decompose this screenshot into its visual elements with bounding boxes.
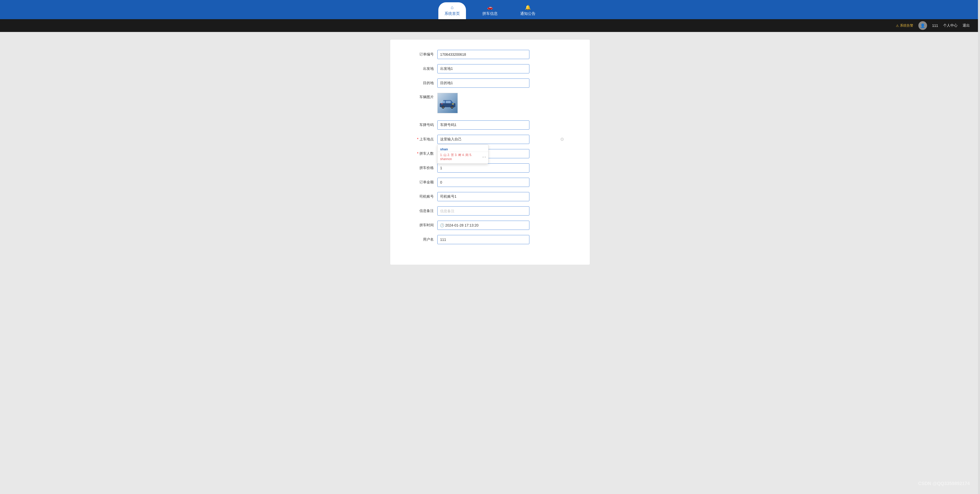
username-input[interactable] — [438, 235, 530, 244]
suggestions-text[interactable]: 1. 山 2. 苦 3. 树 4. 闵 5. shannon — [440, 153, 482, 161]
boarding-label: 上车地点 — [411, 137, 434, 141]
nav-home[interactable]: ⌂ 系统首页 — [438, 2, 466, 19]
boarding-input[interactable] — [438, 135, 530, 144]
nav-home-label: 系统首页 — [444, 11, 460, 16]
order-amount-label: 订单金额 — [411, 180, 434, 184]
autocomplete-dropdown: shan 1. 山 2. 苦 3. 树 4. 闵 5. shannon ‹ › — [438, 145, 488, 164]
price-input[interactable] — [438, 164, 530, 173]
svg-rect-7 — [452, 103, 454, 104]
form-card: 订单编号 出发地 目的地 车辆图片 — [390, 40, 590, 265]
warning-icon: ⚠ — [896, 24, 899, 28]
avatar-icon: 👤 — [920, 23, 925, 28]
csdn-watermark: CSDN @QQ3359892174 — [918, 481, 970, 486]
user-id-display: 111 — [932, 24, 938, 28]
destination-label: 目的地 — [411, 81, 434, 86]
order-no-input[interactable] — [438, 50, 530, 59]
origin-row: 出发地 — [411, 64, 569, 73]
nav-carpool[interactable]: 🚗 拼车信息 — [476, 2, 504, 19]
svg-point-4 — [442, 106, 444, 108]
car-image-label: 车辆图片 — [411, 95, 434, 100]
autocomplete-suggestions[interactable]: 1. 山 2. 苦 3. 树 4. 闵 5. shannon ‹ › — [438, 152, 488, 162]
bell-icon: 🔔 — [525, 5, 531, 10]
nav-notice-label: 通知公告 — [520, 11, 536, 16]
personal-center-link[interactable]: 个人中心 — [943, 23, 958, 28]
home-icon: ⌂ — [451, 5, 454, 10]
user-avatar: 👤 — [918, 21, 927, 30]
svg-rect-1 — [441, 100, 445, 103]
destination-row: 目的地 — [411, 78, 569, 88]
car-illustration — [439, 97, 457, 109]
driver-account-label: 司机账号 — [411, 194, 434, 199]
nav-carpool-label: 拼车信息 — [482, 11, 498, 16]
boarding-row: 上车地点 shan 1. 山 2. 苦 3. 树 4. 闵 5. shannon… — [411, 135, 569, 144]
top-navigation: ⌂ 系统首页 🚗 拼车信息 🔔 通知公告 — [0, 0, 980, 19]
autocomplete-input-display: shan — [438, 146, 488, 152]
car-image-placeholder — [438, 93, 458, 113]
main-content: 订单编号 出发地 目的地 车辆图片 — [0, 32, 980, 285]
car-image-container — [438, 93, 458, 113]
nav-items: ⌂ 系统首页 🚗 拼车信息 🔔 通知公告 — [438, 2, 542, 19]
svg-rect-8 — [441, 103, 443, 104]
origin-label: 出发地 — [411, 67, 434, 71]
passenger-count-row: 拼车人数 — [411, 149, 569, 158]
plate-no-input[interactable] — [438, 121, 530, 130]
prev-nav[interactable]: ‹ — [483, 155, 484, 159]
plate-no-label: 车牌号码 — [411, 123, 434, 127]
username-label: 用户名 — [411, 237, 434, 242]
time-row: 拼车时间 🕐 — [411, 221, 569, 230]
destination-input[interactable] — [438, 78, 530, 88]
car-icon: 🚗 — [487, 5, 493, 10]
header-bar: ⚠ 系统告警 👤 111 个人中心 退出 — [0, 19, 980, 32]
system-warning: ⚠ 系统告警 — [896, 23, 913, 28]
svg-point-6 — [451, 106, 453, 108]
remark-row: 信息备注 — [411, 206, 569, 216]
username-row: 用户名 — [411, 235, 569, 244]
order-amount-row: 订单金额 — [411, 178, 569, 187]
datetime-wrapper: 🕐 — [438, 221, 530, 230]
price-row: 拼车价格 — [411, 164, 569, 173]
warning-label: 系统告警 — [900, 23, 913, 28]
origin-input[interactable] — [438, 64, 530, 73]
passenger-count-label: 拼车人数 — [411, 151, 434, 156]
svg-rect-2 — [446, 100, 450, 103]
nav-notice[interactable]: 🔔 通知公告 — [514, 2, 542, 19]
logout-link[interactable]: 退出 — [963, 23, 970, 28]
order-no-row: 订单编号 — [411, 50, 569, 59]
scrollbar[interactable] — [978, 0, 980, 494]
car-image-row: 车辆图片 — [411, 93, 569, 113]
remark-input[interactable] — [438, 206, 530, 216]
driver-account-row: 司机账号 — [411, 192, 569, 201]
order-no-label: 订单编号 — [411, 52, 434, 57]
order-amount-input[interactable] — [438, 178, 530, 187]
time-input[interactable] — [438, 221, 530, 230]
plate-no-row: 车牌号码 — [411, 121, 569, 130]
settings-icon: ⚙ — [560, 137, 564, 142]
remark-label: 信息备注 — [411, 209, 434, 213]
price-label: 拼车价格 — [411, 166, 434, 170]
time-label: 拼车时间 — [411, 223, 434, 227]
driver-account-input[interactable] — [438, 192, 530, 201]
next-nav[interactable]: › — [485, 155, 486, 159]
